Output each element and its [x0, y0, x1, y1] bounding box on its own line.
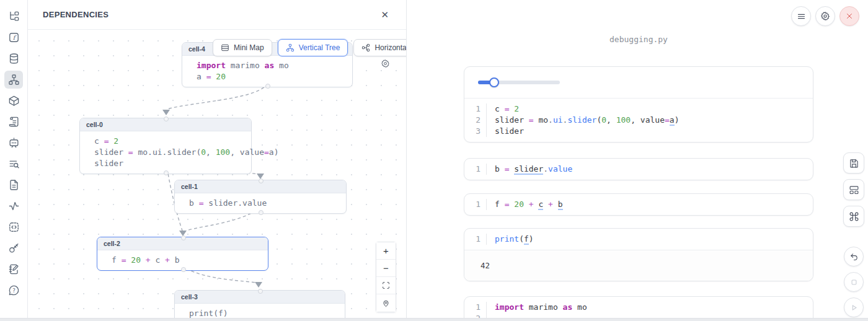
cell-editor[interactable]: 1b = slider.value [464, 159, 813, 180]
layout-icon [849, 185, 859, 195]
cell-card-import[interactable]: 1import marimo as mo2 [464, 296, 813, 321]
notebook-area: debugging.py 1c = 22slider = mo.ui.slide… [407, 0, 868, 318]
graph-node-cell-3[interactable]: cell-3 print(f) [174, 290, 345, 318]
sidebar-item-secrets[interactable] [4, 239, 23, 257]
sidebar-item-snippets-search[interactable] [4, 155, 23, 173]
network-graph-icon [8, 74, 20, 86]
node-code: b = slider.value [175, 193, 346, 213]
sidebar-item-datasources[interactable] [4, 50, 23, 68]
notebook-topbar [791, 6, 859, 26]
node-code: import marimo as moa = 20 [182, 56, 352, 87]
code-box-icon [8, 221, 20, 233]
graph-zoom-controls: + − [376, 242, 396, 312]
undo-icon [849, 252, 859, 262]
slider-widget[interactable] [478, 77, 560, 87]
file-tree-icon [8, 11, 20, 22]
shutdown-button[interactable] [839, 6, 859, 26]
zoom-out-button[interactable]: − [376, 260, 396, 277]
sidebar-item-documentation[interactable] [4, 176, 23, 194]
cell-card-print[interactable]: 1print(f) 42 [464, 228, 813, 281]
sidebar-item-tracing[interactable] [4, 197, 23, 215]
file-text-icon [8, 179, 20, 191]
menu-button[interactable] [791, 6, 811, 26]
node-code: c = 2slider = mo.ui.slider(0, 100, value… [80, 131, 251, 174]
run-button[interactable] [844, 297, 864, 317]
sidebar-item-code-snippets[interactable] [4, 218, 23, 236]
fit-view-button[interactable] [376, 277, 396, 294]
command-icon [849, 211, 859, 222]
close-panel-button[interactable]: ✕ [381, 10, 389, 19]
close-icon [845, 12, 854, 20]
cell-card-b[interactable]: 1b = slider.value [464, 158, 813, 180]
sidebar-item-file-tree[interactable] [4, 7, 23, 25]
key-icon [8, 242, 20, 254]
scroll-icon [8, 116, 20, 128]
cell-card-f[interactable]: 1f = 20 + c + b [464, 193, 813, 216]
vertical-tree-icon [286, 43, 294, 52]
graph-node-cell-1[interactable]: cell-1 b = slider.value [174, 180, 347, 214]
node-code: print(f) [175, 304, 345, 318]
cell-output-area [464, 67, 813, 98]
database-icon [8, 53, 20, 64]
chat-icon [8, 137, 20, 149]
settings-button[interactable] [815, 6, 835, 26]
notebook-filename[interactable]: debugging.py [464, 35, 813, 44]
gear-icon [820, 11, 830, 21]
dependency-graph-canvas[interactable]: Mini Map Vertical Tree Horizontal Tree c… [28, 30, 406, 318]
cell-editor[interactable]: 1c = 22slider = mo.ui.slider(0, 100, val… [464, 98, 813, 142]
zoom-in-button[interactable]: + [376, 242, 396, 260]
hamburger-icon [797, 12, 806, 21]
bottom-edge [0, 318, 868, 321]
sidebar-item-ai-chat[interactable] [4, 134, 23, 152]
minimap-button[interactable]: Mini Map [213, 39, 272, 56]
node-title: cell-0 [80, 118, 251, 131]
gear-icon [381, 59, 390, 68]
graph-view-toolbar: Mini Map Vertical Tree Horizontal Tree [213, 39, 406, 56]
svg-text:?: ? [12, 288, 16, 294]
stop-icon [849, 278, 859, 287]
horizontal-tree-button[interactable]: Horizontal Tree [353, 39, 406, 56]
help-icon: ? [8, 284, 20, 296]
lock-position-button[interactable] [376, 294, 396, 312]
sidebar-item-help[interactable]: ? [4, 281, 23, 299]
map-pin-icon [382, 299, 390, 307]
node-code: f = 20 + c + b [97, 250, 268, 270]
keyboard-shortcuts-button[interactable] [843, 206, 864, 227]
play-icon [849, 303, 859, 312]
node-title: cell-2 [97, 237, 268, 250]
activity-sidebar: f ? [0, 0, 28, 318]
save-button[interactable] [843, 152, 864, 174]
horizontal-tree-icon [361, 43, 370, 52]
graph-settings-button[interactable] [381, 59, 390, 71]
slider-thumb[interactable] [489, 77, 499, 87]
cell-card-slider[interactable]: 1c = 22slider = mo.ui.slider(0, 100, val… [464, 66, 813, 143]
svg-text:f: f [12, 34, 16, 41]
graph-node-cell-0[interactable]: cell-0 c = 2slider = mo.ui.slider(0, 100… [79, 118, 252, 174]
stop-button[interactable] [844, 272, 864, 292]
sidebar-item-logs[interactable] [4, 113, 23, 131]
sidebar-item-dependency-graph[interactable] [4, 71, 23, 89]
function-icon: f [8, 32, 20, 43]
node-title: cell-3 [175, 291, 345, 304]
fit-view-icon [382, 281, 390, 289]
undo-button[interactable] [844, 247, 864, 266]
package-icon [8, 95, 20, 107]
list-search-icon [8, 158, 20, 170]
sidebar-item-packages[interactable] [4, 92, 23, 110]
dependencies-header: DEPENDENCIES ✕ [28, 0, 406, 30]
console-output: 42 [464, 250, 813, 281]
vertical-tree-button[interactable]: Vertical Tree [278, 39, 348, 56]
sidebar-item-scratchpad[interactable] [4, 260, 23, 278]
minimap-icon [221, 43, 229, 52]
cell-editor[interactable]: 1print(f) [464, 229, 813, 250]
dependencies-panel: DEPENDENCIES ✕ Mini Map [28, 0, 407, 318]
cell-editor[interactable]: 1f = 20 + c + b [464, 194, 813, 215]
save-icon [849, 158, 859, 169]
graph-node-cell-2[interactable]: cell-2 f = 20 + c + b [97, 237, 268, 271]
activity-icon [8, 200, 20, 212]
action-rail [843, 152, 864, 317]
sidebar-item-functions[interactable]: f [4, 29, 23, 46]
node-title: cell-1 [175, 180, 346, 193]
notebook-pen-icon [8, 263, 20, 275]
layout-toggle-button[interactable] [843, 179, 864, 200]
